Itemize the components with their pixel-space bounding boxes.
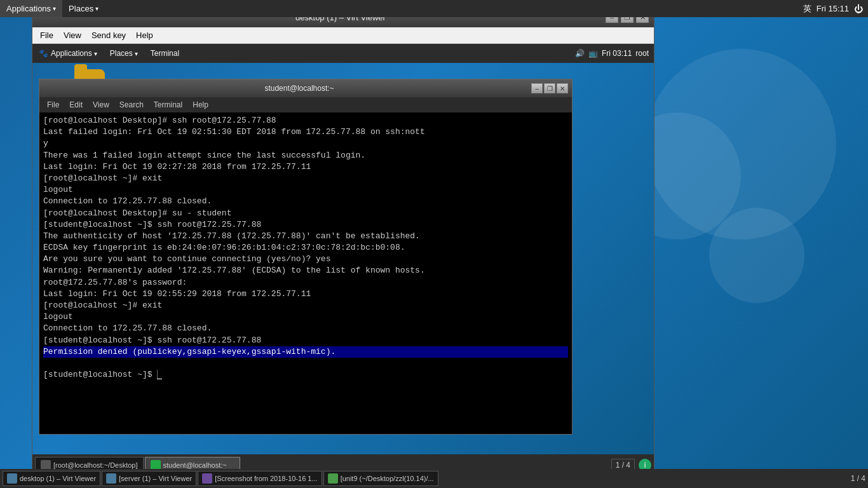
outer-task-icon-4: [328, 473, 338, 484]
terminal-window-controls: – ❐ ✕: [530, 83, 568, 93]
outer-task-icon-1: [7, 473, 17, 484]
inner-terminal-menu[interactable]: Terminal: [144, 44, 186, 63]
virt-viewer-window: desktop (1) – Virt Viewer – ❐ ✕ File Vie…: [32, 6, 654, 477]
applications-arrow: ▾: [53, 5, 56, 12]
power-icon: ⏻: [854, 4, 863, 14]
outer-taskbar-right: 1 / 4: [851, 474, 865, 483]
virt-viewer-menubar: File View Send key Help: [32, 27, 654, 44]
inner-places-label: Places: [110, 49, 133, 58]
outer-task-icon-3: [202, 473, 212, 484]
outer-task-server1[interactable]: [server (1) – Virt Viewer: [102, 471, 196, 486]
inner-user-label: root: [635, 49, 649, 58]
top-system-bar: Applications ▾ Places ▾ 英 Fri 15:11 ⏻: [0, 0, 868, 17]
lang-indicator: 英: [803, 3, 811, 15]
taskbar-item-student-label: student@localhost:~: [163, 461, 227, 469]
term-menu-view[interactable]: View: [88, 100, 114, 109]
term-menu-edit[interactable]: Edit: [64, 100, 88, 109]
terminal-prompt: [student@localhost ~]$: [43, 370, 157, 379]
inner-applications-menu[interactable]: 🐾 Applications ▾: [32, 44, 104, 63]
inner-top-bar: 🐾 Applications ▾ Places ▾ Terminal 🔊 📺 F…: [32, 44, 654, 63]
terminal-highlighted-line: Permission denied (publickey,gssapi-keye…: [43, 346, 568, 358]
outer-taskbar: desktop (1) – Virt Viewer [server (1) – …: [0, 469, 868, 488]
inner-clock: Fri 03:11: [602, 49, 632, 58]
terminal-cursor: █: [157, 370, 162, 379]
term-menu-search[interactable]: Search: [114, 100, 149, 109]
places-menu[interactable]: Places ▾: [62, 0, 105, 17]
inner-applications-label: Applications: [51, 49, 92, 58]
inner-terminal-label: Terminal: [151, 49, 179, 58]
inner-sound-icon: 🔊: [575, 49, 585, 58]
inner-desktop: 🐾 Applications ▾ Places ▾ Terminal 🔊 📺 F…: [32, 44, 654, 476]
inner-app-icon: 🐾: [39, 49, 48, 58]
inner-top-bar-left: 🐾 Applications ▾ Places ▾ Terminal: [32, 44, 186, 63]
menu-file[interactable]: File: [35, 30, 58, 40]
taskbar-item-root-label: [root@localhost:~/Desktop]: [53, 461, 138, 469]
term-menu-file[interactable]: File: [42, 100, 64, 109]
terminal-window: student@localhost:~ – ❐ ✕ File Edit View…: [39, 79, 573, 435]
terminal-maximize[interactable]: ❐: [544, 83, 555, 93]
outer-task-icon-2: [106, 473, 116, 484]
term-menu-help[interactable]: Help: [187, 100, 214, 109]
places-arrow: ▾: [95, 5, 98, 12]
terminal-title: student@localhost:~: [69, 84, 530, 93]
outer-task-unit9[interactable]: [unit9 (~/Desktop/zzl(10.14)/...: [323, 471, 438, 486]
inner-top-bar-right: 🔊 📺 Fri 03:11 root: [575, 49, 654, 58]
term-menu-terminal[interactable]: Terminal: [149, 100, 187, 109]
applications-label: Applications: [6, 4, 51, 13]
inner-places-arrow: ▾: [135, 50, 138, 57]
places-label: Places: [69, 4, 93, 13]
terminal-titlebar: student@localhost:~ – ❐ ✕: [39, 79, 572, 97]
terminal-menubar: File Edit View Search Terminal Help: [39, 97, 572, 112]
terminal-close[interactable]: ✕: [557, 83, 568, 93]
terminal-minimize[interactable]: –: [531, 83, 543, 93]
menu-send-key[interactable]: Send key: [86, 30, 131, 40]
inner-applications-arrow: ▾: [94, 50, 97, 57]
inner-screen-icon: 📺: [588, 49, 598, 58]
outer-task-desktop1[interactable]: desktop (1) – Virt Viewer: [3, 471, 100, 486]
top-bar-right: 英 Fri 15:11 ⏻: [803, 3, 868, 15]
terminal-content: [root@localhost Desktop]# ssh root@172.2…: [39, 112, 572, 434]
menu-help[interactable]: Help: [131, 30, 158, 40]
terminal-text-main: [root@localhost Desktop]# ssh root@172.2…: [43, 116, 425, 345]
outer-task-screenshot[interactable]: [Screenshot from 2018-10-16 1...: [198, 471, 322, 486]
outer-task-label-1: desktop (1) – Virt Viewer: [20, 475, 96, 482]
outer-task-label-4: [unit9 (~/Desktop/zzl(10.14)/...: [341, 475, 434, 482]
outer-task-label-3: [Screenshot from 2018-10-16 1...: [215, 475, 317, 482]
outer-task-counter: 1 / 4: [851, 474, 865, 483]
inner-places-menu[interactable]: Places ▾: [104, 44, 144, 63]
menu-view[interactable]: View: [58, 30, 86, 40]
top-bar-left: Applications ▾ Places ▾: [0, 0, 105, 17]
applications-menu[interactable]: Applications ▾: [0, 0, 62, 17]
outer-task-label-2: [server (1) – Virt Viewer: [119, 475, 192, 482]
clock: Fri 15:11: [817, 4, 849, 13]
deco-circle-3: [709, 208, 804, 303]
